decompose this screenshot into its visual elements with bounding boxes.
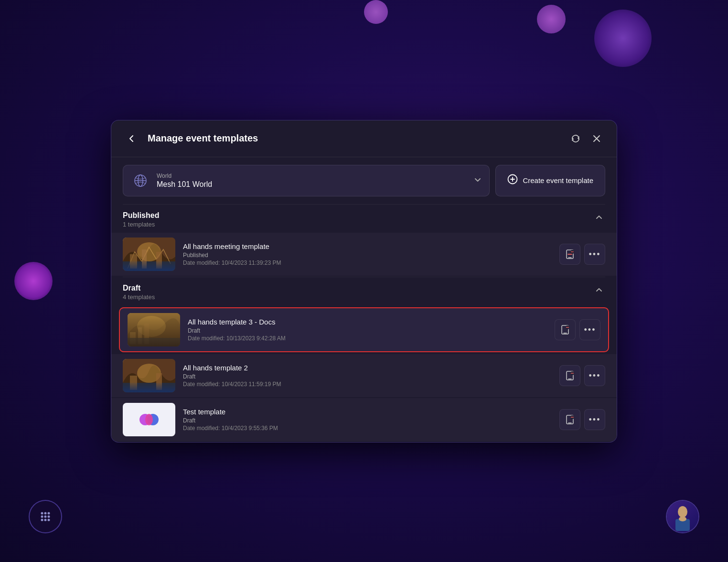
svg-point-5	[48, 516, 50, 518]
svg-point-48	[145, 414, 153, 425]
close-icon	[592, 134, 601, 143]
draft-section-info: Draft 4 templates	[123, 284, 155, 301]
thumbnail-image-logo	[123, 403, 175, 436]
template-info-all-hands-3-docs: All hands template 3 - Docs Draft Date m…	[188, 318, 547, 342]
template-name-all-hands-2: All hands template 2	[183, 364, 552, 372]
template-info-test: Test template Draft Date modified: 10/4/…	[183, 408, 552, 432]
svg-rect-41	[156, 373, 162, 390]
template-status-all-hands-3-docs: Draft	[188, 327, 547, 334]
bg-decoration-1	[594, 10, 652, 67]
template-actions-all-hands-2: •••	[559, 365, 605, 386]
svg-rect-19	[130, 254, 137, 269]
chevron-down-icon	[474, 176, 482, 185]
grid-icon	[39, 510, 52, 523]
refresh-button[interactable]	[567, 130, 584, 147]
svg-point-6	[41, 519, 43, 521]
template-name-all-hands-meeting: All hands meeting template	[183, 242, 552, 250]
plus-circle-icon	[507, 174, 518, 187]
more-options-button-all-hands-2[interactable]: •••	[584, 365, 605, 386]
world-info: World Mesh 101 World	[157, 173, 467, 189]
published-section-header: Published 1 templates	[111, 205, 617, 233]
template-date-all-hands-meeting: Date modified: 10/4/2023 11:39:23 PM	[183, 259, 552, 266]
world-label: World	[157, 173, 467, 179]
template-thumbnail-test	[123, 403, 175, 436]
create-event-template-button[interactable]: Create event template	[495, 165, 605, 196]
template-status-all-hands-2: Draft	[183, 373, 552, 380]
svg-point-8	[48, 519, 50, 521]
header-left: Manage event templates	[123, 130, 258, 147]
published-collapse-icon	[595, 213, 603, 222]
svg-rect-30	[138, 327, 142, 344]
unpublish-button-all-hands-3-docs[interactable]	[555, 319, 576, 340]
more-options-button-test[interactable]: •••	[584, 409, 605, 430]
close-button[interactable]	[588, 130, 605, 147]
phone-minus-icon-docs	[560, 324, 570, 335]
template-thumbnail-all-hands-meeting	[123, 238, 175, 271]
template-actions-all-hands-meeting: •••	[559, 244, 605, 265]
avatar	[667, 501, 698, 532]
svg-rect-32	[128, 338, 180, 346]
template-thumbnail-all-hands-3-docs	[128, 313, 180, 346]
svg-point-3	[41, 516, 43, 518]
published-section-info: Published 1 templates	[123, 211, 159, 228]
back-button[interactable]	[123, 130, 140, 147]
draft-collapse-button[interactable]	[593, 284, 605, 299]
template-info-all-hands-2: All hands template 2 Draft Date modified…	[183, 364, 552, 388]
svg-rect-31	[144, 324, 149, 344]
unpublish-button-all-hands-meeting[interactable]	[559, 244, 580, 265]
svg-point-1	[44, 512, 47, 515]
bg-decoration-left	[14, 262, 53, 300]
phone-minus-icon-test	[565, 414, 575, 425]
svg-rect-29	[130, 332, 136, 344]
more-options-dots-icon: •••	[589, 250, 601, 259]
world-globe-icon	[131, 171, 150, 190]
template-status-all-hands-meeting: Published	[183, 252, 552, 259]
svg-point-28	[137, 316, 166, 337]
template-date-all-hands-3-docs: Date modified: 10/13/2023 9:42:28 AM	[188, 335, 547, 342]
template-item-all-hands-meeting[interactable]: All hands meeting template Published Dat…	[111, 233, 617, 276]
avatar-image	[671, 502, 695, 531]
template-date-test: Date modified: 10/4/2023 9:55:36 PM	[183, 425, 552, 432]
svg-point-7	[44, 519, 47, 521]
thumbnail-image-architecture	[123, 238, 175, 271]
thumbnail-image-docs	[128, 313, 180, 346]
avatar-button[interactable]	[666, 500, 699, 533]
unpublish-button-all-hands-2[interactable]	[559, 365, 580, 386]
more-options-dots-icon-2: •••	[589, 371, 601, 380]
template-thumbnail-all-hands-2	[123, 359, 175, 392]
template-date-all-hands-2: Date modified: 10/4/2023 11:59:19 PM	[183, 381, 552, 388]
phone-minus-icon	[565, 249, 575, 259]
template-item-test-template[interactable]: Test template Draft Date modified: 10/4/…	[111, 398, 617, 441]
published-collapse-button[interactable]	[593, 211, 605, 226]
template-status-test: Draft	[183, 417, 552, 424]
template-item-all-hands-2[interactable]: All hands template 2 Draft Date modified…	[111, 354, 617, 397]
template-info-all-hands-meeting: All hands meeting template Published Dat…	[183, 242, 552, 266]
svg-point-9	[678, 506, 687, 518]
manage-templates-dialog: Manage event templates	[111, 120, 617, 443]
dialog-header: Manage event templates	[111, 120, 617, 157]
world-name: Mesh 101 World	[157, 180, 467, 189]
world-selector-row: World Mesh 101 World Create event templa…	[111, 157, 617, 204]
draft-collapse-icon	[595, 286, 603, 294]
draft-section-subtitle: 4 templates	[123, 293, 155, 301]
svg-point-0	[41, 512, 43, 515]
svg-point-2	[48, 512, 50, 515]
more-options-button-all-hands-3-docs[interactable]: •••	[579, 319, 600, 340]
more-options-button-all-hands-meeting[interactable]: •••	[584, 244, 605, 265]
template-name-test: Test template	[183, 408, 552, 416]
header-right	[567, 130, 605, 147]
back-arrow-icon	[127, 134, 136, 143]
svg-point-4	[44, 516, 47, 518]
template-name-all-hands-3-docs: All hands template 3 - Docs	[188, 318, 547, 326]
more-options-dots-icon-test: •••	[589, 415, 601, 424]
refresh-icon	[571, 134, 580, 143]
grid-menu-button[interactable]	[29, 500, 62, 533]
template-item-all-hands-3-docs[interactable]: All hands template 3 - Docs Draft Date m…	[119, 307, 609, 352]
svg-rect-40	[130, 376, 137, 390]
svg-rect-21	[156, 252, 162, 269]
world-selector[interactable]: World Mesh 101 World	[123, 165, 490, 196]
unpublish-button-test[interactable]	[559, 409, 580, 430]
svg-point-11	[679, 517, 686, 521]
published-section-subtitle: 1 templates	[123, 221, 159, 228]
mesh-logo-icon	[135, 405, 163, 434]
